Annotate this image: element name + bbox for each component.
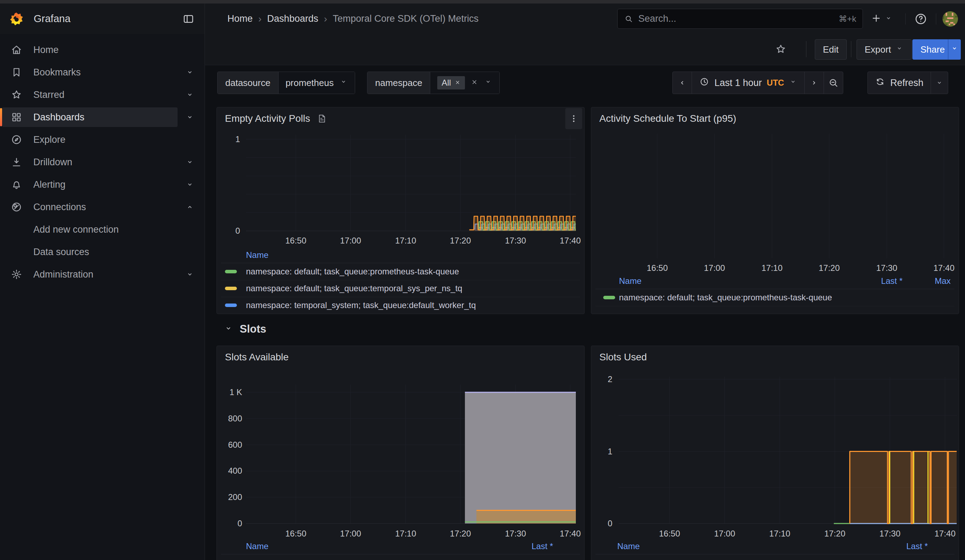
sidebar-item-add-new-connection[interactable]: Add new connection: [0, 220, 204, 239]
toolbar-divider-1: [806, 41, 806, 57]
sidebar-item-label: Connections: [33, 197, 86, 217]
sidebar-item-dashboards[interactable]: Dashboards: [0, 107, 204, 127]
refresh-controls: Refresh: [867, 72, 948, 94]
sidebar-item-connections[interactable]: Connections: [0, 197, 204, 217]
sidebar-item-bookmarks[interactable]: Bookmarks: [0, 62, 204, 82]
chevron-down-icon: [224, 323, 233, 333]
panel-title[interactable]: Activity Schedule To Start (p95): [599, 113, 736, 124]
panel-menu-button[interactable]: [565, 108, 582, 129]
sidebar-item-alerting[interactable]: Alerting: [0, 175, 204, 194]
apps-icon: [10, 111, 23, 123]
section-row-slots[interactable]: Slots: [224, 320, 267, 338]
time-shift-back-button[interactable]: [672, 72, 692, 94]
refresh-interval-button[interactable]: [931, 72, 948, 94]
panel-activity-schedule-to-start-p95: Activity Schedule To Start (p95)16:5017:…: [591, 107, 959, 314]
sidebar-item-label: Drilldown: [33, 152, 72, 172]
chevron-down-icon: [789, 78, 797, 86]
breadcrumb-item-home[interactable]: Home: [227, 13, 253, 24]
sidebar-item-data-sources[interactable]: Data sources: [0, 242, 204, 262]
x-axis-label: 17:20: [817, 528, 852, 539]
legend-series-marker[interactable]: [225, 287, 237, 290]
sidebar-item-administration[interactable]: Administration: [0, 264, 204, 284]
x-axis-label: 17:10: [762, 528, 797, 539]
time-range-picker[interactable]: Last 1 hour UTC: [692, 72, 805, 94]
search-input[interactable]: Search... ⌘+k: [617, 9, 863, 29]
sidebar-active-background: [2, 107, 178, 127]
legend-column-max[interactable]: Max: [935, 276, 950, 287]
chip-remove-icon: [455, 78, 461, 88]
legend-series-marker[interactable]: [225, 270, 237, 273]
legend-column-name[interactable]: Name: [619, 276, 641, 287]
y-axis-label: 0: [217, 518, 242, 529]
help-button[interactable]: [913, 3, 929, 34]
legend-column-last[interactable]: Last *: [881, 276, 903, 287]
sidebar-item-starred[interactable]: Starred: [0, 85, 204, 104]
x-axis-label: 17:30: [498, 235, 533, 246]
x-axis-label: 16:50: [640, 263, 675, 273]
share-dropdown-button[interactable]: [948, 39, 961, 60]
star-icon: [775, 43, 787, 55]
x-axis-label: 17:40: [553, 528, 585, 539]
timezone-label[interactable]: UTC: [767, 78, 784, 88]
sidebar-item-explore[interactable]: Explore: [0, 130, 204, 149]
x-axis-label: 17:30: [872, 528, 908, 539]
namespace-filter-chip[interactable]: All: [437, 76, 465, 90]
panel-title[interactable]: Empty Activity Polls: [225, 113, 310, 124]
chevron-down-icon: [185, 158, 195, 167]
y-axis-label: 0: [217, 225, 240, 236]
x-axis-label: 17:40: [927, 528, 959, 539]
sidebar-item-drilldown[interactable]: Drilldown: [0, 152, 204, 172]
namespace-open-icon[interactable]: [484, 78, 492, 88]
chevron-right-icon: [810, 78, 819, 87]
refresh-button[interactable]: Refresh: [867, 72, 931, 94]
legend-series-label[interactable]: namespace: default; task_queue:temporal_…: [246, 283, 462, 294]
legend-series-label[interactable]: namespace: default; task_queue:prometheu…: [619, 292, 832, 303]
datasource-filter-label: datasource: [218, 72, 279, 94]
legend-series-marker[interactable]: [225, 304, 237, 307]
x-axis-label: 17:30: [869, 263, 904, 273]
plus-icon: [871, 13, 882, 23]
time-zoom-out-button[interactable]: [824, 72, 843, 94]
panel-title[interactable]: Slots Used: [599, 351, 647, 363]
chart-slots-used[interactable]: [591, 346, 959, 560]
chevron-up-icon: [185, 202, 195, 212]
x-axis-label: 17:00: [697, 263, 732, 273]
section-title: Slots: [240, 323, 267, 335]
breadcrumb-item-temporal-core-sdk-otel-metrics: Temporal Core SDK (OTel) Metrics: [333, 13, 479, 24]
panel-slots-available: Slots Available02004006008001 K16:5017:0…: [216, 346, 585, 560]
panel-title[interactable]: Slots Available: [225, 351, 289, 363]
datasource-filter-value[interactable]: prometheus: [279, 72, 355, 94]
x-axis-label: 17:10: [754, 263, 790, 273]
add-new-button[interactable]: [871, 3, 893, 34]
legend-column-name[interactable]: Name: [246, 541, 268, 552]
sidebar-divider: [204, 3, 205, 560]
namespace-clear-icon[interactable]: [471, 78, 478, 88]
legend-series-label[interactable]: namespace: temporal_system; task_queue:d…: [246, 300, 476, 310]
legend-series-marker[interactable]: [603, 296, 615, 299]
sidebar-item-label: Add new connection: [33, 220, 119, 239]
search-icon: [624, 14, 633, 23]
share-button[interactable]: Share: [913, 39, 953, 60]
sidebar-item-home[interactable]: Home: [0, 40, 204, 60]
panel-slots-used: Slots Used01216:5017:0017:1017:2017:3017…: [591, 346, 959, 560]
chart-slots-available[interactable]: [217, 346, 585, 560]
legend-column-name[interactable]: Name: [246, 250, 268, 261]
sidebar-item-label: Dashboards: [33, 107, 85, 127]
favorite-star-button[interactable]: [774, 42, 787, 56]
legend-column-last[interactable]: Last *: [532, 541, 553, 552]
time-shift-forward-button[interactable]: [804, 72, 824, 94]
breadcrumb-item-dashboards[interactable]: Dashboards: [267, 13, 318, 24]
bell-icon: [10, 179, 23, 191]
legend-column-last[interactable]: Last *: [906, 541, 928, 552]
export-button[interactable]: Export: [857, 39, 912, 60]
namespace-filter: namespace All: [367, 72, 500, 94]
avatar[interactable]: [942, 11, 958, 27]
legend-column-name[interactable]: Name: [617, 541, 640, 552]
edit-button[interactable]: Edit: [815, 39, 847, 60]
clock-icon: [699, 77, 710, 87]
dock-sidebar-toggle[interactable]: [182, 12, 195, 26]
x-axis-label: 17:20: [443, 528, 478, 539]
legend-series-label[interactable]: namespace: default; task_queue:prometheu…: [246, 266, 459, 277]
x-axis-label: 17:40: [553, 235, 585, 246]
grafana-logo[interactable]: [8, 11, 25, 27]
